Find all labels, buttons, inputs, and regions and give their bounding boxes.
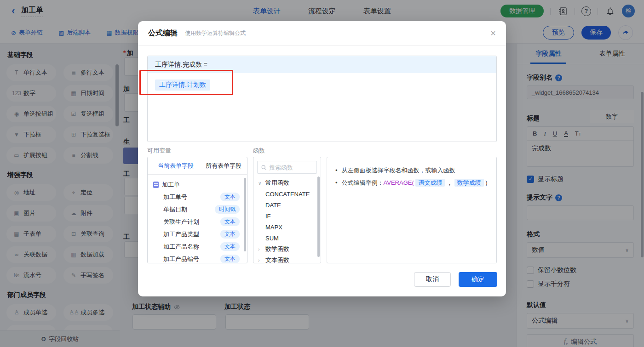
cancel-button[interactable]: 取消 <box>414 272 451 287</box>
tab-current-form-fields[interactable]: 当前表单字段 <box>158 162 194 170</box>
example-field-chip: 数学成绩 <box>454 179 484 187</box>
example-comma: ， <box>447 179 453 186</box>
variable-item[interactable]: 加工产品类型文本 <box>153 228 243 240</box>
bullet-icon: • <box>335 176 338 189</box>
close-icon[interactable]: × <box>490 28 496 38</box>
variable-name: 单据日期 <box>163 205 215 214</box>
example-prefix: 公式编辑举例： <box>342 179 384 186</box>
variable-type-badge: 时间戳 <box>215 205 240 214</box>
variable-name: 加工产品类型 <box>163 230 220 239</box>
function-search-input[interactable] <box>269 164 311 171</box>
function-group-text[interactable]: › 文本函数 <box>253 255 321 263</box>
variable-item[interactable]: 加工单号文本 <box>153 191 243 203</box>
variable-item[interactable]: 单据日期时间戳 <box>153 203 243 216</box>
variable-name: 加工产品编号 <box>163 255 220 263</box>
modal-header: 公式编辑 使用数学运算符编辑公式 × <box>138 21 506 46</box>
function-item[interactable]: DATE <box>253 199 321 210</box>
formula-editor-modal: 公式编辑 使用数学运算符编辑公式 × 工序详情.完成数 = 工序详情.计划数 可… <box>138 21 506 296</box>
variables-scrollbar[interactable] <box>244 178 246 251</box>
app-screen: ‹ 加工单 表单设计 流程设定 表单设置 数据管理 ? <box>0 0 644 347</box>
variable-item[interactable]: 关联生产计划文本 <box>153 216 243 228</box>
modal-title: 公式编辑 <box>148 28 178 38</box>
bullet-icon: • <box>335 164 338 176</box>
function-item[interactable]: SUM <box>253 233 321 244</box>
chevron-right-icon: › <box>258 258 263 263</box>
formula-editor: 工序详情.完成数 = 工序详情.计划数 <box>147 56 497 142</box>
modal-subtitle: 使用数学运算符编辑公式 <box>185 29 246 37</box>
function-item[interactable]: MAPX <box>253 222 321 233</box>
variable-item[interactable]: 加工产品编号文本 <box>153 253 243 263</box>
functions-scrollbar[interactable] <box>317 176 320 257</box>
form-doc-icon <box>153 182 159 188</box>
tree-root-form[interactable]: 加工单 <box>153 179 243 191</box>
functions-label: 函数 <box>253 147 265 155</box>
functions-panel: ∨ 常用函数 CONCATENATE DATE IF MAPX SUM › 数学… <box>253 157 321 263</box>
chevron-down-icon: ∨ <box>258 181 263 186</box>
example-field-chip: 语文成绩 <box>415 179 445 187</box>
tab-all-form-fields[interactable]: 所有表单字段 <box>206 162 242 170</box>
variables-label: 可用变量 <box>147 147 171 155</box>
formula-input-area[interactable]: 工序详情.计划数 <box>148 73 496 97</box>
variable-item[interactable]: 加工产品名称文本 <box>153 240 243 253</box>
formula-target: 工序详情.完成数 = <box>148 56 496 73</box>
function-group-math[interactable]: › 数学函数 <box>253 244 321 255</box>
variable-name: 加工单号 <box>163 193 220 201</box>
variables-tabs: 当前表单字段 所有表单字段 <box>148 157 247 175</box>
variable-type-badge: 文本 <box>220 230 240 239</box>
function-group-label: 文本函数 <box>265 256 289 263</box>
chevron-right-icon: › <box>258 247 263 252</box>
variable-type-badge: 文本 <box>220 217 240 226</box>
function-group-label: 数学函数 <box>265 245 289 253</box>
function-item[interactable]: IF <box>253 210 321 222</box>
function-group-label: 常用函数 <box>265 179 289 187</box>
variable-name: 加工产品名称 <box>163 243 220 251</box>
variables-panel: 当前表单字段 所有表单字段 加工单 加工单号文本 单据日期时间戳 关联生产计划文… <box>147 157 247 263</box>
variable-type-badge: 文本 <box>220 242 240 251</box>
variables-tree: 加工单 加工单号文本 单据日期时间戳 关联生产计划文本 加工产品类型文本 加工产… <box>148 175 247 263</box>
tip-line-1: • 从左侧面板选择字段名和函数，或输入函数 <box>335 164 488 176</box>
function-search[interactable] <box>257 161 317 174</box>
variable-type-badge: 文本 <box>220 193 240 201</box>
variable-name: 关联生产计划 <box>163 218 220 226</box>
tips-panel: • 从左侧面板选择字段名和函数，或输入函数 • 公式编辑举例：AVERAGE( … <box>327 157 497 263</box>
confirm-button[interactable]: 确定 <box>459 272 497 287</box>
tip-line-2: • 公式编辑举例：AVERAGE( 语文成绩 ， 数学成绩 ) <box>335 176 488 189</box>
formula-token[interactable]: 工序详情.计划数 <box>155 80 210 91</box>
function-group-common[interactable]: ∨ 常用函数 <box>253 177 321 188</box>
tree-root-label: 加工单 <box>162 181 180 189</box>
example-close-paren: ) <box>485 179 487 186</box>
search-icon <box>261 165 267 171</box>
variable-type-badge: 文本 <box>220 255 240 263</box>
function-item[interactable]: CONCATENATE <box>253 188 321 199</box>
example-function: AVERAGE( <box>384 179 414 186</box>
